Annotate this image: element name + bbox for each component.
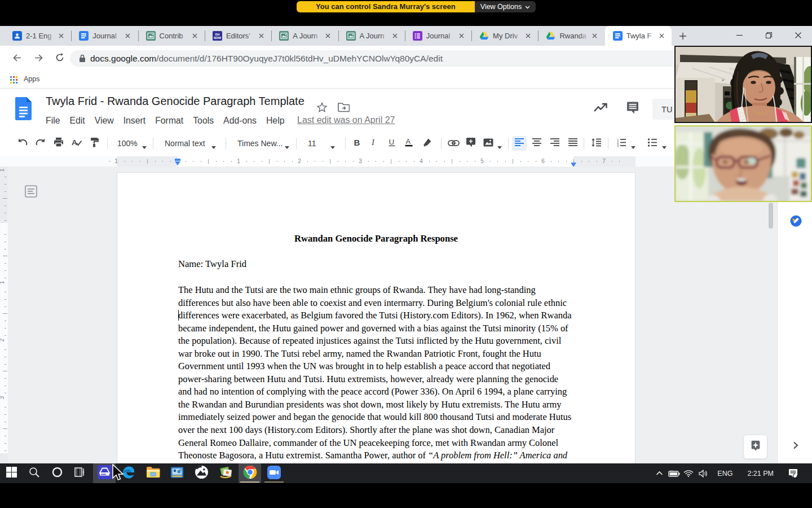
font-select[interactable]: Times New... — [237, 139, 283, 148]
taskbar-gallery-app[interactable] — [214, 463, 237, 483]
browser-tab-2-1-eng[interactable]: 2-1 Eng — [5, 26, 71, 46]
insights-icon[interactable] — [593, 102, 608, 115]
justify-button[interactable] — [566, 136, 580, 151]
italic-button[interactable]: I — [367, 136, 382, 151]
tab-close-button[interactable] — [123, 31, 133, 41]
move-folder-icon[interactable] — [338, 102, 350, 112]
taskbar-file-explorer[interactable] — [142, 463, 164, 483]
browser-tab-twyla-f[interactable]: Twyla F — [605, 26, 672, 46]
highlight-button[interactable] — [420, 136, 435, 151]
bold-button[interactable]: B — [350, 136, 364, 151]
cortana-button[interactable] — [46, 463, 68, 483]
spellcheck-button[interactable]: A — [69, 136, 84, 151]
browser-tab-my-driv[interactable]: My Driv — [471, 26, 538, 46]
taskbar-chrome[interactable] — [239, 463, 261, 483]
tab-close-button[interactable] — [323, 31, 333, 41]
tab-close-button[interactable] — [457, 31, 466, 41]
tab-close-button[interactable] — [56, 31, 66, 41]
align-left-button[interactable] — [512, 136, 527, 151]
bulleted-list-button[interactable] — [645, 136, 659, 151]
back-button[interactable] — [10, 51, 24, 66]
caret-down-icon[interactable] — [330, 141, 335, 144]
taskbar-search-button[interactable] — [23, 463, 46, 483]
start-button[interactable] — [0, 463, 23, 483]
tab-close-button[interactable] — [390, 31, 400, 41]
view-options-button[interactable]: View Options — [475, 1, 536, 12]
browser-tab-editors-[interactable]: DHNOW Editors' — [205, 26, 271, 46]
redo-button[interactable] — [33, 136, 48, 151]
participant-video-1[interactable] — [674, 46, 812, 123]
bookmarks-apps-link[interactable]: Apps — [24, 75, 40, 83]
underline-button[interactable]: U — [385, 136, 399, 151]
undo-button[interactable] — [15, 136, 30, 151]
menu-edit[interactable]: Edit — [69, 116, 85, 126]
new-tab-button[interactable] — [676, 29, 690, 43]
browser-tab-journal[interactable]: Journal — [405, 26, 471, 46]
taskbar-photos-app[interactable] — [190, 463, 213, 483]
line-spacing-button[interactable] — [589, 136, 603, 151]
menu-add-ons[interactable]: Add-ons — [223, 116, 257, 126]
text-color-button[interactable]: A — [401, 136, 416, 151]
paint-format-button[interactable] — [87, 136, 102, 151]
vertical-ruler[interactable]: 1123 — [0, 167, 8, 463]
menu-insert[interactable]: Insert — [123, 116, 146, 126]
caret-down-icon[interactable] — [285, 141, 289, 144]
tab-close-button[interactable] — [590, 31, 599, 41]
comment-icon[interactable] — [626, 101, 639, 115]
browser-tab-journal[interactable]: Journal — [71, 26, 138, 46]
chevron-right-icon[interactable] — [793, 441, 801, 449]
zoom-select[interactable]: 100% — [117, 139, 138, 148]
browser-tab-rwanda[interactable]: Rwanda — [538, 26, 604, 46]
minimize-button[interactable] — [732, 29, 746, 42]
tray-clock[interactable]: 2:21 PM — [739, 470, 782, 478]
tray-language[interactable]: ENG — [710, 470, 739, 478]
restore-button[interactable] — [762, 29, 775, 42]
tab-close-button[interactable] — [190, 31, 200, 41]
document-title[interactable]: Twyla Frid - Rwanda Genocide Paragraph T… — [46, 95, 304, 108]
menu-file[interactable]: File — [46, 116, 60, 126]
volume-icon[interactable] — [696, 463, 710, 483]
caret-down-icon[interactable] — [631, 141, 636, 144]
outline-icon[interactable] — [25, 185, 37, 198]
participant-video-2[interactable] — [674, 125, 812, 202]
docs-logo-icon[interactable] — [15, 97, 32, 120]
browser-tab-contrib[interactable]: Contrib — [138, 26, 205, 46]
address-bar[interactable]: docs.google.com/document/d/176HT90Oyuqye… — [70, 50, 701, 67]
star-icon[interactable] — [316, 102, 328, 113]
numbered-list-button[interactable]: 123 — [614, 136, 628, 151]
link-button[interactable] — [446, 136, 461, 151]
action-center-button[interactable] — [782, 463, 804, 483]
taskbar-media-app[interactable] — [166, 463, 188, 483]
print-button[interactable] — [51, 136, 66, 151]
tab-close-button[interactable] — [657, 31, 667, 41]
browser-tab-a-journ[interactable]: A Journ — [271, 26, 338, 46]
menu-format[interactable]: Format — [155, 116, 183, 126]
wifi-icon[interactable] — [681, 463, 696, 483]
scrollbar-thumb[interactable] — [769, 203, 773, 229]
browser-tab-a-journ[interactable]: A Journ — [338, 26, 405, 46]
insert-image-button[interactable] — [481, 136, 496, 151]
tab-close-button[interactable] — [257, 31, 266, 41]
menu-tools[interactable]: Tools — [193, 116, 214, 126]
close-window-button[interactable] — [791, 29, 805, 42]
last-edit-link[interactable]: Last edit was on April 27 — [297, 115, 395, 125]
taskbar-zoom-app[interactable] — [263, 463, 285, 483]
caret-down-icon[interactable] — [211, 141, 216, 144]
tray-chevron-button[interactable] — [652, 463, 667, 483]
align-center-button[interactable] — [529, 136, 544, 151]
paragraph-style-select[interactable]: Normal text — [165, 139, 205, 148]
explore-button[interactable] — [743, 435, 767, 459]
menu-view[interactable]: View — [95, 116, 114, 126]
tab-close-button[interactable] — [523, 31, 533, 41]
task-view-button[interactable] — [69, 463, 91, 483]
caret-down-icon[interactable] — [662, 141, 667, 144]
menu-help[interactable]: Help — [266, 116, 285, 126]
tasks-icon[interactable] — [790, 215, 802, 227]
document-page[interactable]: Rwandan Genocide Paragraph Response Name… — [117, 172, 636, 464]
add-comment-button[interactable] — [464, 136, 478, 151]
align-right-button[interactable] — [548, 136, 562, 151]
battery-icon[interactable] — [667, 463, 681, 483]
caret-down-icon[interactable] — [497, 141, 502, 144]
caret-down-icon[interactable] — [142, 141, 147, 144]
reload-button[interactable] — [52, 51, 67, 66]
